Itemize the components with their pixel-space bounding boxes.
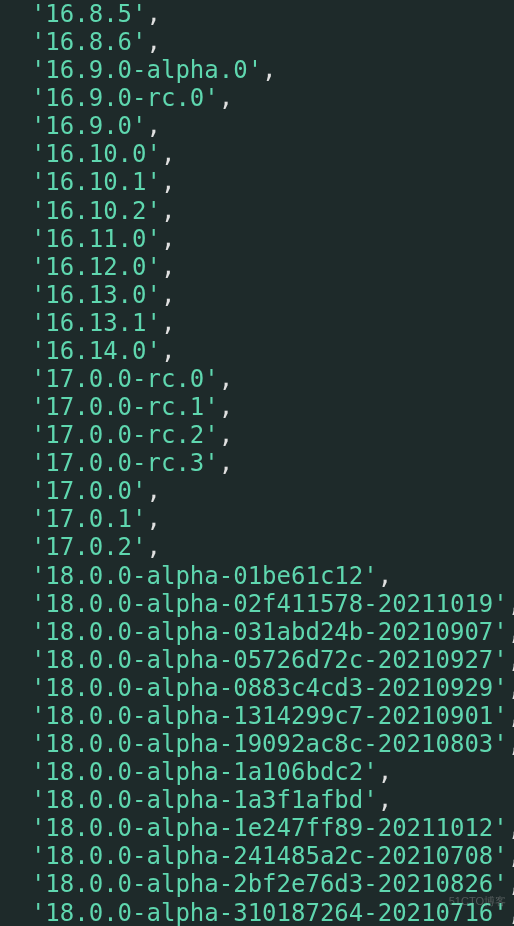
version-string: '16.9.0-alpha.0' [31,56,262,84]
version-string: '16.13.1' [31,309,161,337]
code-line: '16.10.0', [2,140,512,168]
comma: , [378,786,392,814]
version-string: '16.12.0' [31,253,161,281]
comma: , [161,140,175,168]
code-line: '17.0.0', [2,477,512,505]
version-string: '17.0.0' [31,477,147,505]
code-line: '16.8.5', [2,0,512,28]
comma: , [508,730,514,758]
code-line: '17.0.1', [2,505,512,533]
comma: , [147,477,161,505]
comma: , [508,702,514,730]
comma: , [161,309,175,337]
code-line: '18.0.0-alpha-1e247ff89-20211012', [2,814,512,842]
version-string: '17.0.2' [31,533,147,561]
comma: , [508,590,514,618]
version-string: '18.0.0-alpha-01be61c12' [31,562,378,590]
version-string: '17.0.0-rc.2' [31,421,219,449]
comma: , [219,421,233,449]
version-string: '17.0.0-rc.1' [31,393,219,421]
version-string: '18.0.0-alpha-19092ac8c-20210803' [31,730,508,758]
code-line: '18.0.0-alpha-1a106bdc2', [2,758,512,786]
code-line: '16.10.2', [2,197,512,225]
code-line: '16.9.0-alpha.0', [2,56,512,84]
version-string: '16.11.0' [31,225,161,253]
code-block: '16.8.5', '16.8.6', '16.9.0-alpha.0', '1… [0,0,514,926]
code-line: '18.0.0-alpha-01be61c12', [2,562,512,590]
comma: , [161,337,175,365]
code-line: '18.0.0-alpha-0883c4cd3-20210929', [2,674,512,702]
version-string: '16.14.0' [31,337,161,365]
code-line: '18.0.0-alpha-310187264-20210716', [2,899,512,927]
version-string: '18.0.0-alpha-05726d72c-20210927' [31,646,508,674]
code-line: '18.0.0-alpha-1a3f1afbd', [2,786,512,814]
code-line: '18.0.0-alpha-1314299c7-20210901', [2,702,512,730]
code-line: '17.0.0-rc.2', [2,421,512,449]
comma: , [147,505,161,533]
comma: , [219,449,233,477]
version-string: '16.9.0' [31,112,147,140]
comma: , [219,393,233,421]
code-line: '18.0.0-alpha-031abd24b-20210907', [2,618,512,646]
code-line: '16.8.6', [2,28,512,56]
code-line: '18.0.0-alpha-05726d72c-20210927', [2,646,512,674]
code-line: '16.9.0-rc.0', [2,84,512,112]
code-line: '17.0.2', [2,533,512,561]
version-string: '16.10.2' [31,197,161,225]
version-string: '16.8.6' [31,28,147,56]
version-string: '18.0.0-alpha-1314299c7-20210901' [31,702,508,730]
code-line: '16.11.0', [2,225,512,253]
code-line: '18.0.0-alpha-2bf2e76d3-20210826', [2,870,512,898]
code-line: '17.0.0-rc.3', [2,449,512,477]
comma: , [219,365,233,393]
comma: , [508,899,514,927]
version-string: '16.10.1' [31,168,161,196]
code-line: '16.10.1', [2,168,512,196]
comma: , [161,197,175,225]
code-line: '16.9.0', [2,112,512,140]
comma: , [378,758,392,786]
code-line: '17.0.0-rc.0', [2,365,512,393]
code-line: '18.0.0-alpha-19092ac8c-20210803', [2,730,512,758]
watermark-text: 51CTO博客 [449,895,506,908]
comma: , [147,533,161,561]
comma: , [161,225,175,253]
code-line: '18.0.0-alpha-02f411578-20211019', [2,590,512,618]
comma: , [508,814,514,842]
comma: , [508,646,514,674]
code-line: '16.14.0', [2,337,512,365]
version-string: '16.8.5' [31,0,147,28]
comma: , [508,870,514,898]
comma: , [262,56,276,84]
comma: , [219,84,233,112]
comma: , [378,562,392,590]
comma: , [147,0,161,28]
comma: , [161,253,175,281]
version-string: '18.0.0-alpha-241485a2c-20210708' [31,842,508,870]
comma: , [508,842,514,870]
code-line: '18.0.0-alpha-241485a2c-20210708', [2,842,512,870]
version-string: '16.9.0-rc.0' [31,84,219,112]
code-line: '16.13.0', [2,281,512,309]
version-string: '18.0.0-alpha-0883c4cd3-20210929' [31,674,508,702]
version-string: '17.0.1' [31,505,147,533]
code-line: '17.0.0-rc.1', [2,393,512,421]
version-string: '17.0.0-rc.0' [31,365,219,393]
version-string: '18.0.0-alpha-1a106bdc2' [31,758,378,786]
version-string: '18.0.0-alpha-02f411578-20211019' [31,590,508,618]
comma: , [161,168,175,196]
version-string: '18.0.0-alpha-1e247ff89-20211012' [31,814,508,842]
comma: , [161,281,175,309]
version-string: '16.13.0' [31,281,161,309]
version-string: '18.0.0-alpha-031abd24b-20210907' [31,618,508,646]
version-string: '17.0.0-rc.3' [31,449,219,477]
comma: , [147,28,161,56]
comma: , [508,674,514,702]
code-line: '16.12.0', [2,253,512,281]
comma: , [508,618,514,646]
version-string: '18.0.0-alpha-310187264-20210716' [31,899,508,927]
version-string: '18.0.0-alpha-2bf2e76d3-20210826' [31,870,508,898]
version-string: '16.10.0' [31,140,161,168]
code-line: '16.13.1', [2,309,512,337]
comma: , [147,112,161,140]
